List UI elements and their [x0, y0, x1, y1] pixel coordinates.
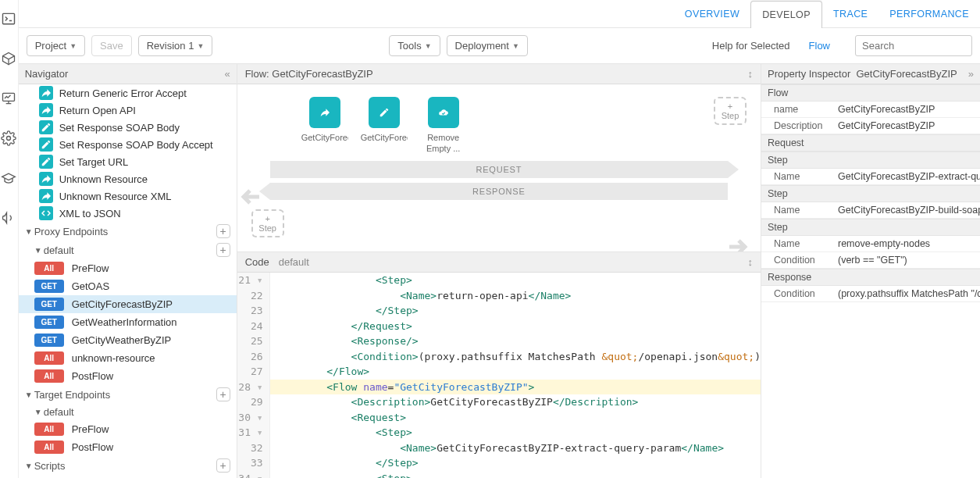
step-label: GetCityForecast...	[301, 133, 348, 155]
collapse-navigator-icon[interactable]: «	[224, 68, 230, 80]
collapse-flow-icon[interactable]: ↕	[748, 68, 754, 80]
flow-label: PreFlow	[72, 262, 109, 274]
folder-label: Proxy Endpoints	[34, 226, 109, 237]
property-key: Condition	[761, 252, 833, 268]
flow-step[interactable]: Remove Empty ...	[420, 97, 467, 155]
folder-label: Scripts	[34, 460, 66, 472]
property-key: name	[761, 102, 833, 117]
inspector-section: Flow	[761, 84, 980, 102]
policy-item[interactable]: Unknown Resource XML	[19, 187, 237, 205]
code-editor[interactable]: 21 ▾ <Step>22 <Name>return-open-api</Nam…	[237, 273, 761, 478]
add-button[interactable]: +	[216, 458, 230, 473]
step-label: Remove Empty ...	[420, 133, 467, 155]
policy-item[interactable]: Set Response SOAP Body	[19, 119, 237, 136]
code-line: </Step>	[270, 455, 761, 471]
flow-item[interactable]: AllPreFlow	[19, 259, 237, 277]
inspector-row: Nameremove-empty-nodes	[761, 236, 980, 252]
line-number: 31 ▾	[237, 425, 270, 441]
folder-row[interactable]: ▼xsl	[19, 475, 237, 478]
code-panel: Code default ↕ 21 ▾ <Step>22 <Name>retur…	[237, 251, 761, 478]
policy-label: Unknown Resource XML	[59, 191, 172, 202]
flow-help-link[interactable]: Flow	[809, 40, 830, 52]
property-inspector: Property Inspector GetCityForecastByZIP …	[761, 64, 980, 478]
property-value[interactable]: GetCityForecastByZIP	[833, 102, 980, 117]
gear-icon[interactable]	[1, 130, 16, 148]
package-icon[interactable]	[1, 51, 16, 69]
folder-row[interactable]: ▼Proxy Endpoints+	[19, 222, 237, 241]
policy-item[interactable]: Unknown Resource	[19, 170, 237, 187]
deployment-dropdown[interactable]: Deployment ▼	[447, 35, 528, 56]
folder-row[interactable]: ▼Scripts+	[19, 456, 237, 475]
line-number: 28 ▾	[237, 380, 270, 395]
project-dropdown[interactable]: Project ▼	[27, 35, 85, 56]
add-button[interactable]: +	[216, 243, 230, 257]
policy-item[interactable]: Return Generic Error Accept	[19, 84, 237, 102]
method-badge: GET	[34, 334, 64, 347]
folder-row[interactable]: ▼default+	[19, 241, 237, 259]
policy-icon	[39, 189, 53, 203]
folder-row[interactable]: ▼Target Endpoints+	[19, 385, 237, 404]
add-button[interactable]: +	[216, 387, 230, 401]
policy-item[interactable]: Set Target URL	[19, 153, 237, 170]
left-rail	[0, 0, 19, 478]
method-badge: All	[34, 351, 64, 365]
code-line: </Flow>	[270, 364, 761, 380]
add-step-request[interactable]: +Step	[714, 97, 747, 125]
property-value[interactable]: GetCityForecastByZIP	[833, 118, 980, 134]
collapse-code-icon[interactable]: ↕	[748, 256, 754, 268]
education-icon[interactable]	[1, 170, 16, 188]
method-badge: All	[34, 262, 64, 275]
policy-item[interactable]: Set Response SOAP Body Accept	[19, 136, 237, 153]
code-line: <Description>GetCityForecastByZIP</Descr…	[270, 394, 761, 410]
caret-icon: ▼	[25, 462, 34, 470]
tab-develop[interactable]: DEVELOP	[750, 1, 822, 28]
flow-item[interactable]: Allunknown-resource	[19, 349, 237, 367]
flow-item[interactable]: AllPostFlow	[19, 367, 237, 385]
terminal-icon[interactable]	[1, 11, 16, 29]
response-arrow-icon	[241, 187, 261, 209]
property-value[interactable]: GetCityForecastByZIP-extract-qu	[833, 169, 980, 184]
step-icon	[369, 97, 400, 128]
revision-dropdown[interactable]: Revision 1 ▼	[138, 35, 213, 56]
step-label: GetCityForecast...	[361, 133, 408, 155]
policy-label: Set Response SOAP Body	[59, 122, 180, 134]
tab-performance[interactable]: PERFORMANCE	[878, 0, 980, 27]
flow-label: GetOAS	[72, 280, 109, 292]
policy-label: Return Generic Error Accept	[59, 87, 187, 99]
property-value[interactable]: (verb == "GET")	[833, 252, 980, 268]
add-button[interactable]: +	[216, 224, 230, 238]
line-number: 30 ▾	[237, 410, 270, 426]
folder-label: default	[44, 244, 74, 256]
property-value[interactable]: GetCityForecastByZIP-build-soap	[833, 202, 980, 218]
flow-item[interactable]: AllPostFlow	[19, 438, 237, 456]
property-value[interactable]: (proxy.pathsuffix MatchesPath "/c	[833, 286, 980, 301]
code-tab[interactable]: default	[279, 256, 309, 268]
megaphone-icon[interactable]	[1, 210, 16, 228]
policy-item[interactable]: Return Open API	[19, 102, 237, 119]
tools-dropdown[interactable]: Tools ▼	[389, 35, 440, 56]
tab-trace[interactable]: TRACE	[822, 0, 878, 27]
property-key: Name	[761, 236, 833, 251]
inspector-section: Step	[761, 152, 980, 169]
flow-item[interactable]: GETGetCityForecastByZIP	[19, 295, 237, 313]
property-value[interactable]: remove-empty-nodes	[833, 236, 980, 251]
flow-item[interactable]: AllPreFlow	[19, 420, 237, 438]
code-line: <Step>	[270, 273, 761, 288]
search-input[interactable]	[855, 35, 972, 56]
flow-item[interactable]: GETGetOAS	[19, 277, 237, 295]
response-band: RESPONSE	[270, 183, 728, 200]
monitor-icon[interactable]	[1, 91, 16, 109]
folder-row[interactable]: ▼default	[19, 404, 237, 420]
flow-item[interactable]: GETGetWeatherInformation	[19, 313, 237, 331]
method-badge: All	[34, 441, 64, 454]
policy-item[interactable]: XML to JSON	[19, 205, 237, 222]
flow-item[interactable]: GETGetCityWeatherByZIP	[19, 331, 237, 349]
add-step-response[interactable]: +Step	[251, 209, 284, 237]
tab-overview[interactable]: OVERVIEW	[674, 0, 750, 27]
inspector-section: Request	[761, 134, 980, 152]
flow-step[interactable]: GetCityForecast...	[301, 97, 348, 155]
property-key: Description	[761, 118, 833, 134]
flow-step[interactable]: GetCityForecast...	[361, 97, 408, 155]
collapse-inspector-icon[interactable]: »	[968, 68, 974, 80]
flow-label: GetCityWeatherByZIP	[72, 334, 172, 346]
